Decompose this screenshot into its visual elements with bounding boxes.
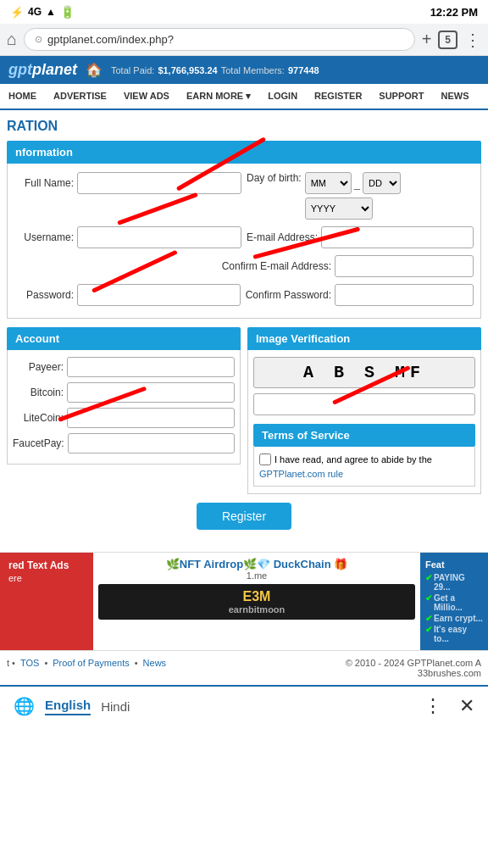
litecoin-group: LiteCoin: [13, 408, 235, 428]
page-title: RATION [7, 119, 481, 134]
ad-center-title[interactable]: 🌿NFT Airdrop🌿💎 DuckChain 🎁 [98, 558, 415, 570]
ad-left-panel: red Text Ads ere [0, 553, 93, 650]
site-stats: Total Paid: $1,766,953.24 Total Members:… [111, 65, 319, 75]
ad-left-sub: ere [8, 573, 85, 583]
site-header: gptplanet 🏠 Total Paid: $1,766,953.24 To… [0, 56, 488, 84]
account-section-header: Account [7, 327, 241, 350]
ad-right-item-1: ✔PAYING 29... [425, 573, 483, 592]
paid-label: Total Paid: [111, 65, 154, 75]
faucetpay-input[interactable] [68, 433, 235, 453]
status-left: ⚡ 4G ▲ 🔋 [10, 5, 75, 19]
nav-earnmore[interactable]: EARN MORE ▾ [178, 84, 259, 108]
site-logo: gptplanet [8, 61, 77, 79]
lang-more-icon[interactable]: ⋮ [424, 695, 442, 717]
footer-domain: 33brushes.com [346, 668, 481, 678]
bottom-ads-bar: red Text Ads ere 🌿NFT Airdrop🌿💎 DuckChai… [0, 552, 488, 650]
account-section-body: Payeer: Bitcoin: LiteCoin: FaucetPay: [7, 350, 241, 465]
footer-tos-link[interactable]: TOS [20, 658, 39, 668]
nav-register[interactable]: REGISTER [306, 84, 370, 108]
nav-bar: HOME ADVERTISE VIEW ADS EARN MORE ▾ LOGI… [0, 84, 488, 110]
home-icon-site: 🏠 [86, 62, 103, 78]
nav-home[interactable]: HOME [0, 84, 45, 108]
confirm-email-label: Confirm E-mail Address: [222, 260, 331, 272]
translate-icon: 🌐 [14, 696, 35, 716]
ad-left-title: red Text Ads [8, 559, 85, 571]
lang-left: 🌐 English Hindi [14, 696, 130, 716]
tos-header: Terms of Service [253, 424, 475, 447]
footer-news-link[interactable]: News [143, 658, 167, 668]
tos-checkbox[interactable] [259, 453, 271, 465]
ad-right-title: Feat [425, 559, 483, 570]
register-button[interactable]: Register [197, 503, 291, 530]
status-bar: ⚡ 4G ▲ 🔋 12:22 PM [0, 0, 488, 24]
nav-news[interactable]: NEWS [433, 84, 478, 108]
page-content: RATION nformation Full Name: Day of birt… [0, 110, 488, 552]
nav-viewads[interactable]: VIEW ADS [115, 84, 178, 108]
password-row: Password: Confirm Password: [14, 284, 474, 306]
nav-login[interactable]: LOGIN [259, 84, 306, 108]
fullname-input[interactable] [77, 172, 241, 194]
bitcoin-group: Bitcoin: [13, 382, 235, 403]
confirm-email-row: Confirm E-mail Address: [14, 255, 474, 277]
image-verify-body: A B S MF Terms of Service I have read, a… [247, 350, 481, 494]
fullname-dob-row: Full Name: Day of birth: MM _ DD [14, 172, 474, 220]
ad-banner: E3M earnbitmoon [98, 584, 415, 620]
status-time: 12:22 PM [430, 6, 478, 19]
fullname-group: Full Name: [14, 172, 241, 194]
captcha-input[interactable] [253, 393, 475, 415]
lang-close-icon[interactable]: ✕ [459, 695, 474, 717]
username-label: Username: [14, 231, 74, 243]
tos-row: I have read, and agree to abide by the G… [259, 453, 469, 479]
dob-sep: _ [354, 177, 360, 190]
network-icon: 4G [28, 6, 42, 18]
ad-center-panel: 🌿NFT Airdrop🌿💎 DuckChain 🎁 1.me E3M earn… [93, 553, 420, 650]
payeer-label: Payeer: [13, 361, 64, 373]
password-group: Password: [14, 284, 241, 306]
username-input[interactable] [77, 226, 241, 248]
lang-hindi[interactable]: Hindi [101, 699, 130, 714]
confirm-password-input[interactable] [335, 284, 474, 306]
payeer-input[interactable] [67, 357, 235, 377]
members-label: Total Members: [221, 65, 285, 75]
litecoin-input[interactable] [67, 408, 235, 428]
fullname-label: Full Name: [14, 177, 74, 189]
url-bar[interactable]: ⊙ gptplanet.com/index.php? [24, 28, 415, 51]
captcha-display: A B S MF [253, 357, 475, 388]
tos-text: I have read, and agree to abide by the [274, 454, 432, 465]
ad-banner-sub: earnbitmoon [103, 604, 410, 615]
footer-contact: t • [7, 658, 15, 668]
ad-center-sub: 1.me [98, 570, 415, 581]
ad-right-panel: Feat ✔PAYING 29... ✔Get a Millio... ✔Ear… [420, 553, 488, 650]
footer-copyright: © 2010 - 2024 GPTPlanet.com A [346, 658, 481, 668]
email-input[interactable] [321, 226, 474, 248]
username-group: Username: [14, 226, 241, 248]
ad-right-item-4: ✔It's easy to... [425, 625, 483, 643]
username-email-row: Username: E-mail Address: [14, 226, 474, 248]
info-section-body: Full Name: Day of birth: MM _ DD [7, 164, 481, 319]
dob-day-select[interactable]: DD [363, 172, 401, 194]
footer-payments-link[interactable]: Proof of Payments [53, 658, 130, 668]
tos-link[interactable]: GPTPlanet.com rule [259, 469, 343, 479]
faucetpay-label: FaucetPay: [13, 437, 64, 449]
add-tab-icon[interactable]: + [422, 30, 432, 49]
image-verify-header: Image Verification [247, 327, 481, 350]
browser-bar: ⌂ ⊙ gptplanet.com/index.php? + 5 ⋮ [0, 24, 488, 56]
dob-month-select[interactable]: MM [305, 172, 352, 194]
payeer-group: Payeer: [13, 357, 235, 377]
signal-icon: ▲ [46, 6, 56, 18]
browser-menu-icon[interactable]: ⋮ [464, 30, 481, 50]
bitcoin-label: Bitcoin: [13, 387, 64, 398]
nav-support[interactable]: SUPPORT [370, 84, 432, 108]
dob-year-select[interactable]: YYYY [305, 198, 373, 220]
faucetpay-group: FaucetPay: [13, 433, 235, 453]
confirm-email-input[interactable] [335, 255, 474, 277]
bitcoin-input[interactable] [67, 382, 235, 403]
image-verify-section: Image Verification A B S MF Terms of Ser… [247, 327, 481, 494]
lang-english[interactable]: English [45, 698, 91, 715]
tab-count[interactable]: 5 [438, 31, 458, 49]
nav-advertise[interactable]: ADVERTISE [45, 84, 115, 108]
ad-right-item-3: ✔Earn crypt... [425, 614, 483, 623]
url-prefix-icon: ⊙ [35, 34, 42, 45]
home-icon[interactable]: ⌂ [7, 30, 17, 49]
dob-group: Day of birth: MM _ DD YYYY [247, 172, 474, 220]
